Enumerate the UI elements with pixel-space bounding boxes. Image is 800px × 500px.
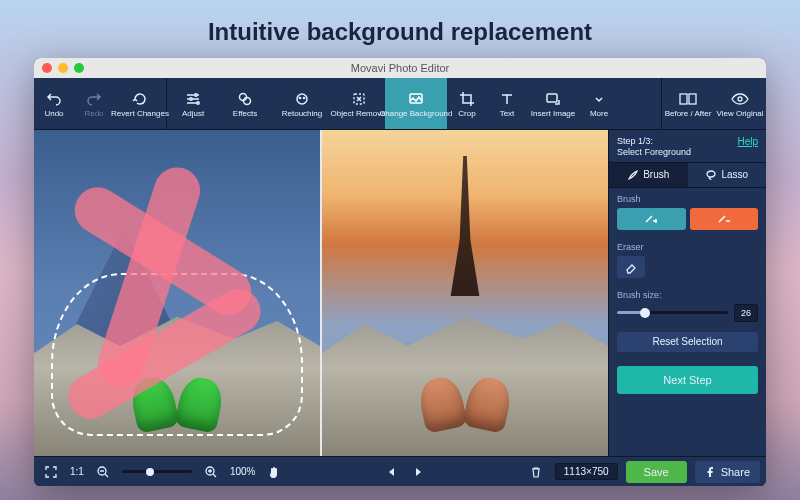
svg-point-4 (244, 97, 251, 104)
next-image-button[interactable] (407, 461, 429, 483)
zoom-in-button[interactable] (200, 461, 222, 483)
svg-point-5 (297, 94, 307, 104)
crop-button[interactable]: Crop (447, 78, 487, 129)
reset-selection-button[interactable]: Reset Selection (617, 332, 758, 352)
svg-point-7 (303, 97, 304, 98)
revert-icon (131, 90, 149, 108)
view-original-button[interactable]: View Original (714, 78, 766, 129)
help-link[interactable]: Help (737, 136, 758, 147)
pan-hand-button[interactable] (263, 461, 285, 483)
svg-point-3 (240, 93, 247, 100)
window-titlebar: Movavi Photo Editor (34, 58, 766, 78)
app-window: Movavi Photo Editor Undo Redo Revert Cha… (34, 58, 766, 486)
object-removal-icon (350, 90, 368, 108)
fit-ratio-label: 1:1 (70, 466, 84, 477)
change-background-button[interactable]: Change Background (385, 78, 447, 129)
zoom-out-button[interactable] (92, 461, 114, 483)
svg-rect-10 (547, 94, 557, 102)
svg-point-14 (707, 171, 715, 177)
retouching-icon (293, 90, 311, 108)
more-button[interactable]: More (579, 78, 619, 129)
svg-point-0 (195, 93, 197, 95)
insert-image-icon (544, 90, 562, 108)
retouching-button[interactable]: Retouching (271, 78, 333, 129)
svg-rect-11 (680, 94, 687, 104)
brush-size-value[interactable]: 26 (734, 304, 758, 322)
adjust-icon (184, 90, 202, 108)
undo-icon (45, 90, 63, 108)
share-button[interactable]: Share (695, 461, 760, 483)
brush-tab[interactable]: Brush (609, 163, 688, 187)
svg-point-13 (738, 97, 742, 101)
brush-icon (627, 169, 639, 181)
svg-point-6 (299, 97, 300, 98)
eraser-button[interactable] (617, 256, 645, 278)
lasso-icon (705, 169, 717, 181)
brush-size-slider[interactable] (617, 311, 728, 314)
selection-marquee (51, 273, 303, 436)
chevron-down-icon (590, 90, 608, 108)
fit-screen-button[interactable] (40, 461, 62, 483)
hero-title: Intuitive background replacement (0, 0, 800, 62)
eye-icon (731, 90, 749, 108)
window-title: Movavi Photo Editor (34, 62, 766, 74)
zoom-percent-label: 100% (230, 466, 256, 477)
change-background-icon (407, 90, 425, 108)
foreground-brush-add-button[interactable] (617, 208, 686, 230)
before-after-button[interactable]: Before / After (662, 78, 714, 129)
main-toolbar: Undo Redo Revert Changes Adjust Effects (34, 78, 766, 130)
facebook-icon (705, 467, 715, 477)
effects-button[interactable]: Effects (219, 78, 271, 129)
effects-icon (236, 90, 254, 108)
insert-image-button[interactable]: Insert Image (527, 78, 579, 129)
crop-icon (458, 90, 476, 108)
svg-point-2 (197, 101, 199, 103)
prev-image-button[interactable] (381, 461, 403, 483)
side-panel: Step 1/3: Select Foreground Help Brush L… (608, 130, 766, 456)
step-indicator: Step 1/3: Select Foreground (617, 136, 691, 158)
text-button[interactable]: Text (487, 78, 527, 129)
undo-button[interactable]: Undo (34, 78, 74, 129)
canvas-area[interactable] (34, 130, 608, 456)
brush-size-label: Brush size: (617, 290, 758, 300)
canvas-before-pane (34, 130, 320, 456)
text-icon (498, 90, 516, 108)
brush-section-label: Brush (617, 194, 758, 204)
next-step-button[interactable]: Next Step (617, 366, 758, 394)
lasso-tab[interactable]: Lasso (688, 163, 767, 187)
bottom-bar: 1:1 100% 1113×750 Save Share (34, 456, 766, 486)
revert-changes-button[interactable]: Revert Changes (114, 78, 166, 129)
dimensions-field[interactable]: 1113×750 (555, 463, 618, 480)
adjust-button[interactable]: Adjust (167, 78, 219, 129)
svg-point-1 (190, 97, 192, 99)
redo-button[interactable]: Redo (74, 78, 114, 129)
delete-button[interactable] (525, 461, 547, 483)
zoom-slider[interactable] (122, 470, 192, 473)
foreground-brush-subtract-button[interactable] (690, 208, 759, 230)
workspace: Step 1/3: Select Foreground Help Brush L… (34, 130, 766, 456)
canvas-after-pane (322, 130, 608, 456)
object-removal-button[interactable]: Object Removal (333, 78, 385, 129)
eraser-section-label: Eraser (617, 242, 758, 252)
before-after-icon (679, 90, 697, 108)
redo-icon (85, 90, 103, 108)
save-button[interactable]: Save (626, 461, 687, 483)
svg-rect-12 (689, 94, 696, 104)
